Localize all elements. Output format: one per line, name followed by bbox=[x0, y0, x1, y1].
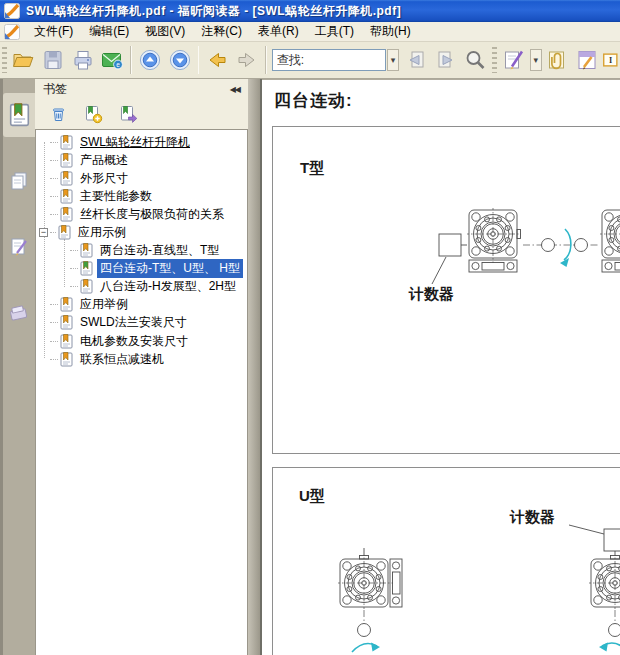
svg-text:I: I bbox=[609, 56, 612, 65]
bookmark-item[interactable]: − 应用示例 bbox=[36, 223, 247, 241]
bookmark-label[interactable]: 电机参数及安装尺寸 bbox=[77, 332, 191, 351]
bookmark-label[interactable]: 产品概述 bbox=[77, 151, 131, 170]
next-page-button[interactable] bbox=[165, 43, 195, 77]
bookmark-icon bbox=[60, 207, 73, 222]
bookmark-item[interactable]: 应用举例 bbox=[36, 296, 247, 314]
paperclip-icon bbox=[545, 48, 569, 72]
tree-connector bbox=[50, 232, 56, 233]
attachments-panel-tab[interactable] bbox=[3, 291, 35, 335]
menu-forms[interactable]: 表单(R) bbox=[250, 21, 307, 42]
tree-connector bbox=[70, 286, 78, 287]
foxit-app-icon[interactable] bbox=[4, 3, 20, 19]
panel-title: 书签 bbox=[43, 81, 67, 98]
bookmark-item[interactable]: 联系恒点减速机 bbox=[36, 350, 247, 368]
bookmarks-panel: 书签 ◀◀ bbox=[35, 79, 248, 655]
go-forward-button[interactable] bbox=[232, 43, 262, 77]
bookmark-item[interactable]: 外形尺寸 bbox=[36, 169, 247, 187]
note-pencil-icon bbox=[502, 48, 526, 72]
bookmark-icon bbox=[60, 171, 73, 186]
bookmark-item[interactable]: 两台连动-直线型、T型 bbox=[36, 242, 247, 260]
typewriter-button[interactable]: I bbox=[601, 43, 620, 77]
bookmark-label[interactable]: 主要性能参数 bbox=[77, 187, 155, 206]
bookmark-icon bbox=[60, 297, 73, 312]
menu-tools[interactable]: 工具(T) bbox=[307, 21, 362, 42]
bookmark-label[interactable]: 应用示例 bbox=[75, 223, 129, 242]
bookmark-label[interactable]: 外形尺寸 bbox=[77, 169, 131, 188]
bookmark-label[interactable]: 应用举例 bbox=[77, 295, 131, 314]
bookmark-label[interactable]: SWL蜗轮丝杆升降机 bbox=[77, 133, 193, 152]
find-input[interactable] bbox=[272, 49, 386, 71]
bookmark-item[interactable]: 丝杆长度与极限负荷的关系 bbox=[36, 205, 247, 223]
tree-connector bbox=[50, 142, 58, 143]
collapse-panel-icon[interactable]: ◀◀ bbox=[230, 85, 240, 94]
diagram-box-u-type: U型 计数器 bbox=[272, 467, 620, 655]
bookmark-item[interactable]: SWLD法兰安装尺寸 bbox=[36, 314, 247, 332]
open-button[interactable] bbox=[9, 43, 39, 77]
tree-connector bbox=[70, 268, 78, 269]
find-next-button[interactable] bbox=[431, 43, 461, 77]
save-floppy-icon bbox=[41, 48, 65, 72]
toolbar-grip[interactable] bbox=[492, 47, 497, 73]
bookmark-icon bbox=[58, 225, 71, 240]
title-bar: SWL蜗轮丝杆升降机.pdf - 福昕阅读器 - [SWL蜗轮丝杆升降机.pdf… bbox=[0, 0, 620, 22]
search-button[interactable] bbox=[461, 43, 491, 77]
attach-file-button[interactable] bbox=[542, 43, 572, 77]
note-tool-button[interactable] bbox=[499, 43, 529, 77]
collapse-minus-icon[interactable]: − bbox=[39, 228, 48, 237]
save-button[interactable] bbox=[38, 43, 68, 77]
print-button[interactable] bbox=[68, 43, 98, 77]
bookmark-label[interactable]: 四台连动-T型、U型、 H型 bbox=[97, 259, 243, 278]
find-bar: ▾ bbox=[272, 49, 400, 71]
previous-page-button[interactable] bbox=[135, 43, 165, 77]
tree-connector bbox=[50, 214, 58, 215]
bookmark-label[interactable]: 联系恒点减速机 bbox=[77, 350, 167, 369]
pages-panel-tab[interactable] bbox=[3, 159, 35, 203]
export-bookmark-button[interactable] bbox=[117, 104, 139, 126]
toolbar: e bbox=[0, 42, 620, 79]
bookmark-icon bbox=[80, 243, 93, 258]
find-previous-button[interactable] bbox=[401, 43, 431, 77]
pages-panel-icon bbox=[8, 170, 30, 192]
panel-splitter[interactable] bbox=[248, 79, 262, 655]
bookmark-item[interactable]: 产品概述 bbox=[36, 151, 247, 169]
comments-panel-tab[interactable] bbox=[3, 225, 35, 269]
add-bookmark-button[interactable] bbox=[82, 104, 104, 126]
find-next-icon bbox=[434, 48, 458, 72]
bookmark-item[interactable]: 主要性能参数 bbox=[36, 187, 247, 205]
menu-comments[interactable]: 注释(C) bbox=[193, 21, 250, 42]
menu-edit[interactable]: 编辑(E) bbox=[81, 21, 137, 42]
find-previous-icon bbox=[404, 48, 428, 72]
tree-connector bbox=[50, 178, 58, 179]
bookmark-label[interactable]: 丝杆长度与极限负荷的关系 bbox=[77, 205, 227, 224]
email-envelope-icon: e bbox=[100, 48, 124, 72]
find-dropdown-icon[interactable]: ▾ bbox=[387, 49, 400, 71]
section-heading: 四台连动: bbox=[274, 89, 353, 112]
bookmark-icon bbox=[80, 261, 93, 276]
email-button[interactable]: e bbox=[98, 43, 128, 77]
bookmark-icon bbox=[60, 189, 73, 204]
bookmark-item[interactable]: SWL蜗轮丝杆升降机 bbox=[36, 133, 247, 151]
go-back-button[interactable] bbox=[202, 43, 232, 77]
bookmark-item[interactable]: 电机参数及安装尺寸 bbox=[36, 332, 247, 350]
text-note-button[interactable] bbox=[572, 43, 602, 77]
bookmark-icon bbox=[60, 334, 73, 349]
toolbar-grip[interactable] bbox=[2, 47, 7, 73]
bookmark-label[interactable]: SWLD法兰安装尺寸 bbox=[77, 313, 190, 332]
bookmark-item[interactable]: 八台连动-H发展型、2H型 bbox=[36, 278, 247, 296]
page-down-icon bbox=[168, 48, 192, 72]
toolbar-separator bbox=[265, 46, 267, 74]
back-arrow-icon bbox=[205, 48, 229, 72]
menu-help[interactable]: 帮助(H) bbox=[362, 21, 419, 42]
bookmark-item-selected[interactable]: 四台连动-T型、U型、 H型 bbox=[36, 260, 247, 278]
page-up-icon bbox=[138, 48, 162, 72]
bookmark-label[interactable]: 两台连动-直线型、T型 bbox=[97, 241, 222, 260]
note-tool-dropdown-icon[interactable]: ▾ bbox=[530, 49, 543, 71]
add-bookmark-icon bbox=[84, 105, 103, 124]
delete-bookmark-button[interactable] bbox=[47, 104, 69, 126]
menu-view[interactable]: 视图(V) bbox=[137, 21, 193, 42]
bookmarks-panel-tab[interactable] bbox=[3, 93, 35, 137]
panel-header: 书签 ◀◀ bbox=[35, 79, 248, 100]
pdf-page: 四台连动: T型 计数器 bbox=[262, 79, 620, 655]
menu-file[interactable]: 文件(F) bbox=[26, 21, 81, 42]
bookmark-label[interactable]: 八台连动-H发展型、2H型 bbox=[97, 277, 239, 296]
